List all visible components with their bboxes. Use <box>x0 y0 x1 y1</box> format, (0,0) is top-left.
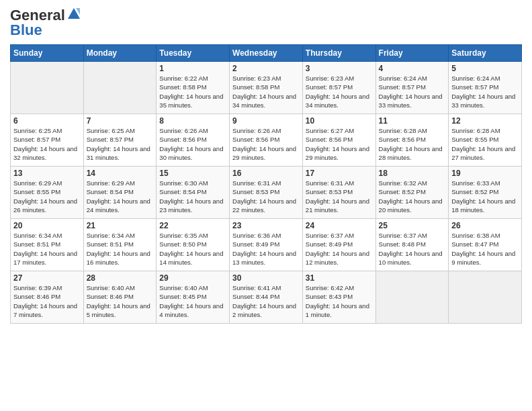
calendar-cell: 7Sunrise: 6:25 AM Sunset: 8:57 PM Daylig… <box>83 114 157 167</box>
day-number: 19 <box>451 169 519 178</box>
calendar-cell: 19Sunrise: 6:33 AM Sunset: 8:52 PM Dayli… <box>449 167 522 219</box>
day-info: Sunrise: 6:42 AM Sunset: 8:43 PM Dayligh… <box>306 283 373 319</box>
day-number: 2 <box>232 64 300 73</box>
day-info: Sunrise: 6:39 AM Sunset: 8:46 PM Dayligh… <box>13 283 81 319</box>
day-number: 10 <box>306 116 373 126</box>
calendar-cell: 5Sunrise: 6:24 AM Sunset: 8:57 PM Daylig… <box>449 62 522 114</box>
logo-blue-text: Blue <box>10 21 42 39</box>
day-number: 22 <box>159 221 226 230</box>
calendar-cell: 22Sunrise: 6:35 AM Sunset: 8:50 PM Dayli… <box>157 219 230 271</box>
calendar-cell: 26Sunrise: 6:38 AM Sunset: 8:47 PM Dayli… <box>449 219 522 271</box>
calendar-cell: 23Sunrise: 6:36 AM Sunset: 8:49 PM Dayli… <box>230 219 303 271</box>
calendar-week-row: 1Sunrise: 6:22 AM Sunset: 8:58 PM Daylig… <box>11 62 522 114</box>
day-info: Sunrise: 6:40 AM Sunset: 8:45 PM Dayligh… <box>159 283 226 319</box>
logo: General Blue <box>10 7 81 39</box>
day-number: 3 <box>306 64 373 73</box>
calendar-cell: 6Sunrise: 6:25 AM Sunset: 8:57 PM Daylig… <box>11 114 84 167</box>
day-info: Sunrise: 6:32 AM Sunset: 8:52 PM Dayligh… <box>379 179 446 214</box>
day-number: 29 <box>159 273 226 283</box>
calendar-cell: 30Sunrise: 6:41 AM Sunset: 8:44 PM Dayli… <box>230 271 303 324</box>
calendar-cell: 20Sunrise: 6:34 AM Sunset: 8:51 PM Dayli… <box>11 219 84 271</box>
day-number: 16 <box>232 169 300 178</box>
day-number: 25 <box>379 221 446 230</box>
day-info: Sunrise: 6:27 AM Sunset: 8:56 PM Dayligh… <box>306 126 373 162</box>
day-header-wednesday: Wednesday <box>230 45 303 62</box>
day-info: Sunrise: 6:33 AM Sunset: 8:52 PM Dayligh… <box>451 179 519 214</box>
day-number: 5 <box>451 64 519 73</box>
day-number: 26 <box>451 221 519 230</box>
day-header-sunday: Sunday <box>11 45 84 62</box>
day-number: 12 <box>451 116 519 126</box>
calendar-cell: 12Sunrise: 6:28 AM Sunset: 8:55 PM Dayli… <box>449 114 522 167</box>
calendar-cell: 25Sunrise: 6:37 AM Sunset: 8:48 PM Dayli… <box>375 219 449 271</box>
day-info: Sunrise: 6:23 AM Sunset: 8:57 PM Dayligh… <box>306 74 373 109</box>
day-info: Sunrise: 6:28 AM Sunset: 8:55 PM Dayligh… <box>451 126 519 162</box>
day-number: 21 <box>87 221 154 230</box>
day-number: 6 <box>13 116 81 126</box>
day-header-monday: Monday <box>83 45 157 62</box>
day-number: 28 <box>87 273 154 283</box>
day-info: Sunrise: 6:37 AM Sunset: 8:49 PM Dayligh… <box>306 231 373 267</box>
day-info: Sunrise: 6:24 AM Sunset: 8:57 PM Dayligh… <box>379 74 446 109</box>
day-info: Sunrise: 6:26 AM Sunset: 8:56 PM Dayligh… <box>232 126 300 162</box>
day-info: Sunrise: 6:36 AM Sunset: 8:49 PM Dayligh… <box>232 231 300 267</box>
day-number: 18 <box>379 169 446 178</box>
day-number: 15 <box>159 169 226 178</box>
day-info: Sunrise: 6:26 AM Sunset: 8:56 PM Dayligh… <box>159 126 226 162</box>
day-number: 7 <box>87 116 154 126</box>
day-info: Sunrise: 6:28 AM Sunset: 8:56 PM Dayligh… <box>379 126 446 162</box>
calendar-cell: 10Sunrise: 6:27 AM Sunset: 8:56 PM Dayli… <box>302 114 375 167</box>
calendar-cell <box>83 62 157 114</box>
day-number: 1 <box>159 64 226 73</box>
calendar-cell: 4Sunrise: 6:24 AM Sunset: 8:57 PM Daylig… <box>375 62 449 114</box>
day-info: Sunrise: 6:41 AM Sunset: 8:44 PM Dayligh… <box>232 283 300 319</box>
day-number: 27 <box>13 273 81 283</box>
day-header-thursday: Thursday <box>302 45 375 62</box>
calendar-cell: 9Sunrise: 6:26 AM Sunset: 8:56 PM Daylig… <box>230 114 303 167</box>
day-info: Sunrise: 6:31 AM Sunset: 8:53 PM Dayligh… <box>232 179 300 214</box>
calendar-week-row: 6Sunrise: 6:25 AM Sunset: 8:57 PM Daylig… <box>11 114 522 167</box>
day-info: Sunrise: 6:35 AM Sunset: 8:50 PM Dayligh… <box>159 231 226 267</box>
day-info: Sunrise: 6:31 AM Sunset: 8:53 PM Dayligh… <box>306 179 373 214</box>
day-info: Sunrise: 6:34 AM Sunset: 8:51 PM Dayligh… <box>87 231 154 267</box>
calendar-cell: 3Sunrise: 6:23 AM Sunset: 8:57 PM Daylig… <box>302 62 375 114</box>
day-info: Sunrise: 6:29 AM Sunset: 8:55 PM Dayligh… <box>13 179 81 214</box>
day-number: 8 <box>159 116 226 126</box>
calendar-cell: 18Sunrise: 6:32 AM Sunset: 8:52 PM Dayli… <box>375 167 449 219</box>
day-number: 17 <box>306 169 373 178</box>
calendar-cell: 16Sunrise: 6:31 AM Sunset: 8:53 PM Dayli… <box>230 167 303 219</box>
day-number: 4 <box>379 64 446 73</box>
calendar-week-row: 27Sunrise: 6:39 AM Sunset: 8:46 PM Dayli… <box>11 271 522 324</box>
calendar-week-row: 20Sunrise: 6:34 AM Sunset: 8:51 PM Dayli… <box>11 219 522 271</box>
day-info: Sunrise: 6:29 AM Sunset: 8:54 PM Dayligh… <box>87 179 154 214</box>
calendar-cell: 8Sunrise: 6:26 AM Sunset: 8:56 PM Daylig… <box>157 114 230 167</box>
calendar-header-row: SundayMondayTuesdayWednesdayThursdayFrid… <box>11 45 522 62</box>
day-number: 20 <box>13 221 81 230</box>
calendar-cell: 2Sunrise: 6:23 AM Sunset: 8:58 PM Daylig… <box>230 62 303 114</box>
day-number: 13 <box>13 169 81 178</box>
day-info: Sunrise: 6:38 AM Sunset: 8:47 PM Dayligh… <box>451 231 519 267</box>
day-info: Sunrise: 6:30 AM Sunset: 8:54 PM Dayligh… <box>159 179 226 214</box>
day-info: Sunrise: 6:23 AM Sunset: 8:58 PM Dayligh… <box>232 74 300 109</box>
day-number: 23 <box>232 221 300 230</box>
calendar-cell: 14Sunrise: 6:29 AM Sunset: 8:54 PM Dayli… <box>83 167 157 219</box>
logo-icon <box>66 7 81 21</box>
day-number: 24 <box>306 221 373 230</box>
calendar-table: SundayMondayTuesdayWednesdayThursdayFrid… <box>10 44 522 324</box>
day-header-saturday: Saturday <box>449 45 522 62</box>
calendar-cell: 27Sunrise: 6:39 AM Sunset: 8:46 PM Dayli… <box>11 271 84 324</box>
calendar-cell <box>449 271 522 324</box>
calendar-cell: 31Sunrise: 6:42 AM Sunset: 8:43 PM Dayli… <box>302 271 375 324</box>
calendar-cell: 24Sunrise: 6:37 AM Sunset: 8:49 PM Dayli… <box>302 219 375 271</box>
calendar-cell: 29Sunrise: 6:40 AM Sunset: 8:45 PM Dayli… <box>157 271 230 324</box>
day-number: 31 <box>306 273 373 283</box>
day-header-tuesday: Tuesday <box>157 45 230 62</box>
calendar-cell <box>11 62 84 114</box>
calendar-cell: 17Sunrise: 6:31 AM Sunset: 8:53 PM Dayli… <box>302 167 375 219</box>
calendar-cell: 13Sunrise: 6:29 AM Sunset: 8:55 PM Dayli… <box>11 167 84 219</box>
calendar-cell: 11Sunrise: 6:28 AM Sunset: 8:56 PM Dayli… <box>375 114 449 167</box>
calendar-cell: 15Sunrise: 6:30 AM Sunset: 8:54 PM Dayli… <box>157 167 230 219</box>
day-info: Sunrise: 6:25 AM Sunset: 8:57 PM Dayligh… <box>87 126 154 162</box>
day-info: Sunrise: 6:25 AM Sunset: 8:57 PM Dayligh… <box>13 126 81 162</box>
day-info: Sunrise: 6:37 AM Sunset: 8:48 PM Dayligh… <box>379 231 446 267</box>
